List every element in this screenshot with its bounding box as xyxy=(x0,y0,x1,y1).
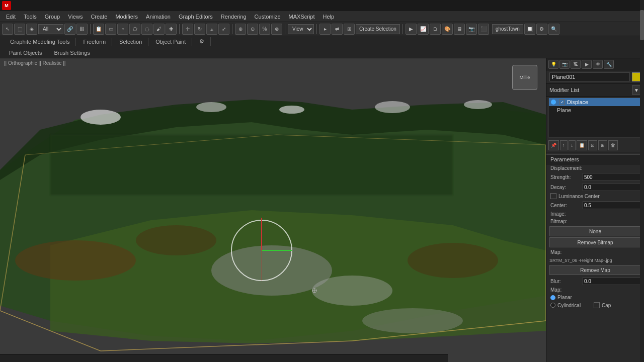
cross-select-btn[interactable]: ✚ xyxy=(166,24,177,35)
angle-snap-btn[interactable]: ⊙ xyxy=(247,24,258,35)
play-btn[interactable]: ▶ xyxy=(406,24,417,35)
menu-rendering[interactable]: Rendering xyxy=(217,13,251,21)
unlink-btn[interactable]: ⛓ xyxy=(76,24,88,35)
graphite-bar: Graphite Modeling Tools Freeform Selecti… xyxy=(0,36,644,47)
viewport[interactable]: || Orthographic || Realistic || xyxy=(0,58,546,362)
panel-icon-motion[interactable]: ▶ xyxy=(582,60,592,69)
link-btn[interactable]: 🔗 xyxy=(64,24,75,35)
panel-icons: 💡 📷 🏗 ▶ 👁 🔧 xyxy=(546,58,644,70)
menu-graph-editors[interactable]: Graph Editors xyxy=(175,13,217,21)
spinner-snap-btn[interactable]: ⊗ xyxy=(271,24,282,35)
center-row: Center: ▲ ▼ xyxy=(546,200,644,210)
svg-point-11 xyxy=(312,276,392,306)
modifier-displace[interactable]: ✓ Displace xyxy=(549,98,641,106)
select-tool-btn[interactable]: ↖ xyxy=(2,24,13,35)
menu-edit[interactable]: Edit xyxy=(2,13,20,21)
menu-help[interactable]: Help xyxy=(319,13,339,21)
rect-region-btn[interactable]: ▭ xyxy=(105,24,116,35)
mod-paste-btn[interactable]: ⊡ xyxy=(588,140,597,150)
right-panel-scrollbar[interactable] xyxy=(640,58,644,362)
mod-copy-btn[interactable]: 📋 xyxy=(577,140,587,150)
render-setup-btn[interactable]: 🖥 xyxy=(454,24,465,35)
menu-modifiers[interactable]: Modifiers xyxy=(111,13,142,21)
view-cube-label[interactable]: Millie xyxy=(512,65,537,90)
extra-btn2[interactable]: ⚙ xyxy=(536,24,547,35)
graph-edit-btn[interactable]: 📈 xyxy=(418,24,429,35)
panel-icon-light[interactable]: 💡 xyxy=(548,60,558,69)
mod-up-btn[interactable]: ↑ xyxy=(560,140,568,150)
modifier-checkbox-displace[interactable]: ✓ xyxy=(559,99,565,105)
menu-animation[interactable]: Animation xyxy=(142,13,175,21)
tab-graphite-modeling[interactable]: Graphite Modeling Tools xyxy=(4,38,76,46)
menu-tools[interactable]: Tools xyxy=(20,13,41,21)
luminance-center-checkbox[interactable] xyxy=(550,193,556,199)
modifier-list-header: Modifier List ▼ xyxy=(546,84,644,97)
mirror-btn[interactable]: ⇌ xyxy=(332,24,343,35)
tab-object-paint[interactable]: Object Paint xyxy=(149,38,192,46)
toolbar: ↖ ⬚ ◈ All 🔗 ⛓ 📋 ▭ ○ ⬠ ◌ 🖌 ✚ ✛ ↻ ⟁ ⤢ ⊕ ⊙ … xyxy=(0,22,644,36)
extra-btn3[interactable]: 🔍 xyxy=(548,24,559,35)
circle-region-btn[interactable]: ○ xyxy=(117,24,128,35)
mod-down-btn[interactable]: ↓ xyxy=(569,140,576,150)
modifier-plane[interactable]: Plane xyxy=(549,106,641,114)
panel-icon-display[interactable]: 👁 xyxy=(593,60,603,69)
lasso-region-btn[interactable]: ◌ xyxy=(141,24,152,35)
radio-planar[interactable] xyxy=(550,295,555,300)
move-btn[interactable]: ✛ xyxy=(182,24,193,35)
tab-settings[interactable]: ⚙ xyxy=(193,37,211,46)
snap-btn[interactable]: ⊕ xyxy=(235,24,246,35)
strength-input[interactable] xyxy=(583,173,644,181)
scale-btn[interactable]: ⟁ xyxy=(206,24,217,35)
blur-input[interactable] xyxy=(583,277,644,285)
sep6 xyxy=(403,24,403,34)
decay-input[interactable] xyxy=(583,183,644,191)
material-editor-btn[interactable]: 🎨 xyxy=(442,24,453,35)
paint-region-btn[interactable]: 🖌 xyxy=(153,24,165,35)
menu-maxscript[interactable]: MAXScript xyxy=(285,13,319,21)
create-selection-input[interactable]: Create Selection xyxy=(356,24,400,34)
tab-freeform[interactable]: Freeform xyxy=(77,38,112,46)
panel-icon-camera[interactable]: 📷 xyxy=(559,60,570,69)
menu-bar: Edit Tools Group Views Create Modifiers … xyxy=(0,11,644,22)
panel-icon-utilities[interactable]: 🔧 xyxy=(604,60,614,69)
object-name-field[interactable] xyxy=(549,72,630,81)
percent-snap-btn[interactable]: % xyxy=(259,24,270,35)
radio-cylindrical[interactable] xyxy=(550,303,555,308)
named-sel-btn[interactable]: ▸ xyxy=(319,24,331,35)
rotate-btn[interactable]: ↻ xyxy=(194,24,205,35)
view-dropdown[interactable]: View xyxy=(288,24,314,34)
strength-label: Strength: xyxy=(550,174,581,180)
subtab-brush-settings[interactable]: Brush Settings xyxy=(49,49,95,57)
align-btn[interactable]: ⊞ xyxy=(344,24,355,35)
mod-pin-btn[interactable]: 📌 xyxy=(548,140,559,150)
menu-views[interactable]: Views xyxy=(64,13,87,21)
remove-bitmap-btn[interactable]: Remove Bitmap xyxy=(549,237,641,247)
extra-btn1[interactable]: 🔲 xyxy=(524,24,535,35)
center-input[interactable] xyxy=(583,201,644,209)
view-cube[interactable]: Millie xyxy=(510,62,540,93)
none-btn[interactable]: None xyxy=(549,226,641,236)
tab-selection[interactable]: Selection xyxy=(113,38,148,46)
planar-label: Planar xyxy=(557,295,588,300)
menu-group[interactable]: Group xyxy=(41,13,64,21)
remove-map-btn[interactable]: Remove Map xyxy=(549,265,641,275)
menu-customize[interactable]: Customize xyxy=(251,13,285,21)
panel-icon-hierarchy[interactable]: 🏗 xyxy=(571,60,581,69)
menu-create[interactable]: Create xyxy=(87,13,111,21)
select-by-name-btn[interactable]: 📋 xyxy=(93,24,104,35)
region-select-btn[interactable]: ⬚ xyxy=(14,24,25,35)
fence-region-btn[interactable]: ⬠ xyxy=(129,24,140,35)
mod-make-unique-btn[interactable]: ⊞ xyxy=(598,140,607,150)
ghost-field[interactable]: ghostTown xyxy=(492,24,523,34)
cap-checkbox[interactable] xyxy=(594,302,600,308)
svg-point-15 xyxy=(408,243,498,278)
schematic-btn[interactable]: 🗋 xyxy=(430,24,441,35)
render-last-btn[interactable]: ⬛ xyxy=(478,24,489,35)
squash-btn[interactable]: ⤢ xyxy=(218,24,229,35)
render-frame-btn[interactable]: 📷 xyxy=(466,24,477,35)
filter-dropdown[interactable]: All xyxy=(38,24,63,34)
select-filter-btn[interactable]: ◈ xyxy=(26,24,37,35)
svg-point-13 xyxy=(15,240,136,281)
mod-delete-btn[interactable]: 🗑 xyxy=(608,140,618,150)
subtab-paint-objects[interactable]: Paint Objects xyxy=(4,49,47,57)
